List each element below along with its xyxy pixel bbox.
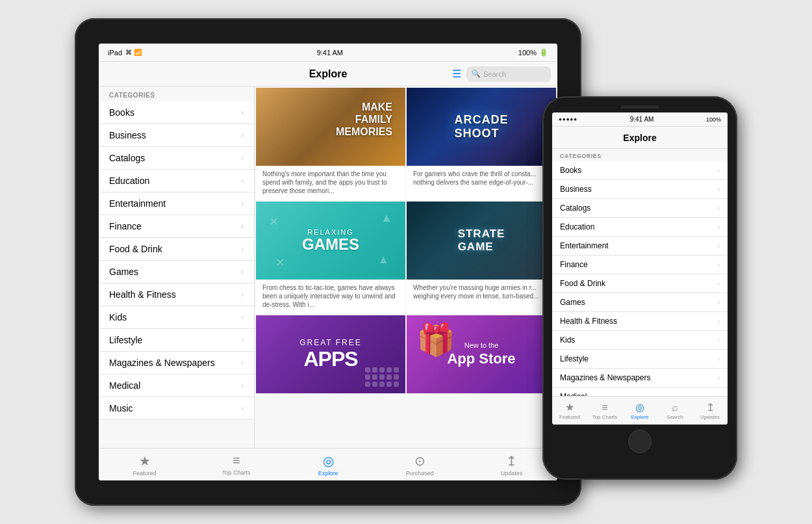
ipad-screen: iPad ⌘ 📶 9:41 AM 100% 🔋 Explore ☰ 🔍 Sear…: [99, 44, 557, 480]
ipad-tab-bar: ★ Featured ≡ Top Charts ◎ Explore ⊙ Purc…: [99, 448, 557, 480]
iphone-item-magazines[interactable]: Magazines & Newspapers ›: [552, 369, 728, 387]
iphone-nav-bar: Explore: [552, 127, 728, 149]
iphone-tab-featured[interactable]: ★ Featured: [552, 401, 587, 420]
chevron-icon: ›: [718, 280, 720, 287]
chevron-icon: ›: [241, 267, 244, 276]
sidebar-item-lifestyle[interactable]: Lifestyle ›: [99, 329, 254, 352]
iphone-tab-updates[interactable]: ↥ Updates: [692, 401, 728, 420]
iphone-search-icon: ⌕: [672, 402, 678, 413]
chevron-icon: ›: [718, 299, 720, 306]
card-arcade[interactable]: ARCADESHOOT For gamers who crave the thr…: [407, 88, 556, 200]
ipad-label: iPad: [108, 49, 122, 57]
card-arcade-text: ARCADESHOOT: [454, 113, 508, 140]
chevron-icon: ›: [718, 261, 720, 269]
ipad-nav-title: Explore: [309, 68, 348, 80]
chevron-icon: ›: [718, 205, 720, 212]
chevron-icon: ›: [241, 131, 244, 140]
iphone-item-entertainment[interactable]: Entertainment ›: [552, 237, 728, 255]
chevron-icon: ›: [241, 313, 244, 322]
deco-cross-3: ✕: [275, 255, 285, 270]
iphone-tab-top-charts[interactable]: ≡ Top Charts: [587, 402, 622, 420]
chevron-icon: ›: [241, 358, 244, 367]
iphone-item-food-drink[interactable]: Food & Drink ›: [552, 274, 728, 293]
sidebar-item-finance[interactable]: Finance ›: [99, 215, 254, 238]
card-image-arcade: ARCADESHOOT: [407, 88, 556, 166]
tab-featured[interactable]: ★ Featured: [99, 453, 190, 477]
chevron-icon: ›: [718, 337, 720, 344]
iphone-item-business[interactable]: Business ›: [552, 180, 728, 199]
card-freeapps-text: GREAT FREE APPS: [299, 338, 362, 371]
ipad-content: CATEGORIES Books › Business › Catalogs ›…: [99, 86, 557, 448]
chevron-icon: ›: [241, 244, 244, 254]
card-freeapps[interactable]: GREAT FREE APPS: [256, 315, 405, 393]
iphone-tab-explore[interactable]: ◎ Explore: [622, 401, 657, 420]
iphone-tab-search[interactable]: ⌕ Search: [657, 402, 692, 420]
ipad-status-right: 100% 🔋: [518, 48, 548, 57]
sidebar-item-books[interactable]: Books ›: [99, 101, 254, 124]
ipad-status-left: iPad ⌘ 📶: [108, 49, 142, 57]
chevron-icon: ›: [241, 153, 244, 163]
tab-purchased-label: Purchased: [406, 470, 434, 477]
explore-icon: ◎: [323, 453, 334, 469]
ipad-status-bar: iPad ⌘ 📶 9:41 AM 100% 🔋: [99, 44, 557, 62]
chevron-icon: ›: [241, 222, 244, 231]
card-arcade-desc: For gamers who crave the thrill of const…: [407, 166, 556, 192]
card-appstore-text: New to the App Store: [447, 341, 515, 369]
deco-cross-1: ✕: [269, 215, 279, 229]
chevron-icon: ›: [241, 335, 244, 345]
card-image-strategy: STRATEGAME: [407, 202, 556, 280]
updates-icon: ↥: [506, 453, 517, 469]
sidebar-item-education[interactable]: Education ›: [99, 170, 254, 192]
chevron-icon: ›: [718, 242, 720, 250]
chevron-icon: ›: [241, 381, 244, 390]
chevron-icon: ›: [718, 318, 720, 325]
iphone-time: 9:41 AM: [630, 116, 654, 123]
iphone-home-button[interactable]: [628, 430, 652, 453]
ipad-device: iPad ⌘ 📶 9:41 AM 100% 🔋 Explore ☰ 🔍 Sear…: [75, 18, 581, 506]
iphone-explore-icon: ◎: [635, 401, 644, 413]
tab-updates-label: Updates: [501, 470, 523, 477]
sidebar-item-catalogs[interactable]: Catalogs ›: [99, 147, 254, 170]
sidebar-item-kids[interactable]: Kids ›: [99, 306, 254, 329]
tab-featured-label: Featured: [133, 470, 157, 477]
tab-purchased[interactable]: ⊙ Purchased: [374, 453, 466, 477]
iphone-item-catalogs[interactable]: Catalogs ›: [552, 199, 728, 218]
card-relaxing[interactable]: ✕ ▲ ✕ ▲ RELAXING GAMES From chess to tic…: [256, 202, 405, 314]
tab-top-charts-label: Top Charts: [222, 469, 251, 476]
tab-top-charts[interactable]: ≡ Top Charts: [190, 453, 282, 476]
iphone-speaker: [620, 105, 659, 109]
iphone-tab-bar: ★ Featured ≡ Top Charts ◎ Explore ⌕ Sear…: [552, 396, 728, 425]
chevron-icon: ›: [241, 176, 244, 185]
iphone-item-medical[interactable]: Medical ›: [552, 387, 728, 396]
iphone-item-education[interactable]: Education ›: [552, 218, 728, 237]
iphone-item-kids[interactable]: Kids ›: [552, 331, 728, 350]
card-appstore[interactable]: 🎁 New to the App Store: [407, 315, 556, 393]
sidebar-item-entertainment[interactable]: Entertainment ›: [99, 192, 254, 215]
card-image-freeapps: GREAT FREE APPS: [256, 315, 405, 393]
chevron-icon: ›: [241, 290, 244, 299]
iphone-item-health-fitness[interactable]: Health & Fitness ›: [552, 312, 728, 331]
ipad-sidebar: CATEGORIES Books › Business › Catalogs ›…: [99, 86, 255, 448]
purchased-icon: ⊙: [414, 453, 425, 469]
tab-explore[interactable]: ◎ Explore: [282, 453, 374, 477]
iphone-item-lifestyle[interactable]: Lifestyle ›: [552, 350, 728, 369]
sidebar-item-games[interactable]: Games ›: [99, 261, 254, 283]
sidebar-item-business[interactable]: Business ›: [99, 124, 254, 147]
iphone-item-games[interactable]: Games ›: [552, 293, 728, 312]
iphone-item-books[interactable]: Books ›: [552, 161, 728, 180]
ipad-search-box[interactable]: 🔍 Search: [466, 66, 551, 82]
card-image-relaxing: ✕ ▲ ✕ ▲ RELAXING GAMES: [256, 202, 405, 280]
sidebar-item-food-drink[interactable]: Food & Drink ›: [99, 238, 254, 261]
card-relaxing-text: RELAXING GAMES: [302, 228, 359, 253]
sidebar-item-music[interactable]: Music ›: [99, 397, 254, 420]
iphone-top-charts-icon: ≡: [602, 402, 607, 413]
chevron-icon: ›: [718, 167, 720, 174]
card-strategy[interactable]: STRATEGAME Whether you're massing huge a…: [407, 202, 556, 314]
search-placeholder: Search: [483, 70, 506, 78]
sidebar-item-medical[interactable]: Medical ›: [99, 374, 254, 397]
iphone-item-finance[interactable]: Finance ›: [552, 255, 728, 274]
sidebar-item-magazines[interactable]: Magazines & Newspapers ›: [99, 352, 254, 374]
card-family[interactable]: MAKEFAMILYMEMORIES Nothing's more import…: [256, 88, 405, 200]
sidebar-item-health-fitness[interactable]: Health & Fitness ›: [99, 283, 254, 306]
list-icon[interactable]: ☰: [452, 68, 461, 80]
